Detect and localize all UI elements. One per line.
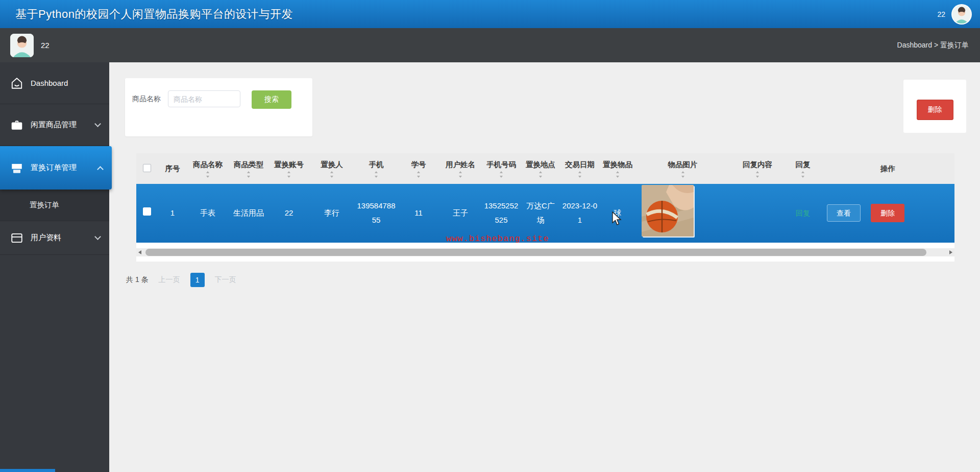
sort-icon[interactable] bbox=[800, 171, 805, 178]
col-header-actions: 操作 bbox=[821, 153, 954, 184]
col-header-phone[interactable]: 手机 bbox=[355, 153, 398, 184]
bulk-delete-button[interactable]: 删除 bbox=[917, 100, 953, 120]
col-header-user-name[interactable]: 用户姓名 bbox=[439, 153, 481, 184]
col-header-student-no[interactable]: 学号 bbox=[398, 153, 439, 184]
breadcrumb: Dashboard > 置换订单 bbox=[897, 41, 969, 50]
bulk-actions-panel: 删除 bbox=[903, 80, 966, 133]
pagination-prev-button[interactable]: 上一页 bbox=[159, 275, 180, 285]
sort-icon[interactable] bbox=[329, 171, 334, 178]
sort-icon[interactable] bbox=[499, 171, 504, 178]
pagination-total: 共 1 条 bbox=[126, 275, 149, 285]
col-header-location[interactable]: 置换地点 bbox=[521, 153, 560, 184]
row-exchange-person: 李行 bbox=[309, 184, 355, 243]
sort-icon[interactable] bbox=[286, 171, 291, 178]
sidebar-item-label: Dashboard bbox=[31, 79, 68, 87]
sub-header: 22 Dashboard > 置换订单 bbox=[0, 28, 980, 62]
basketball-photo[interactable] bbox=[642, 185, 694, 237]
chevron-up-icon bbox=[97, 166, 104, 173]
row-delete-button[interactable]: 删除 bbox=[871, 204, 904, 222]
sidebar-username: 22 bbox=[41, 41, 50, 50]
sort-icon[interactable] bbox=[577, 171, 582, 178]
search-field-label: 商品名称 bbox=[132, 90, 161, 107]
row-product-type: 生活用品 bbox=[228, 184, 269, 243]
pagination-page-1-button[interactable]: 1 bbox=[190, 273, 205, 287]
app-header: 基于Python的校园个人闲置物品换购平台的设计与开发 22 bbox=[0, 0, 980, 28]
home-icon bbox=[10, 77, 23, 90]
sort-icon[interactable] bbox=[246, 171, 251, 178]
sidebar-item-dashboard[interactable]: Dashboard bbox=[0, 62, 109, 104]
col-header-exchange-account[interactable]: 置换账号 bbox=[269, 153, 309, 184]
watermark-text: www.bishebang.site bbox=[446, 234, 549, 244]
wallet-icon bbox=[10, 231, 23, 245]
row-product-name: 手表 bbox=[187, 184, 228, 243]
col-header-reply[interactable]: 回复 bbox=[785, 153, 821, 184]
row-actions-cell: 查看删除 bbox=[821, 184, 954, 243]
sidebar-bottom-accent bbox=[0, 469, 55, 472]
row-phone: 13958478855 bbox=[355, 184, 398, 243]
pagination-next-button[interactable]: 下一页 bbox=[215, 275, 236, 285]
orders-box-icon bbox=[10, 161, 23, 175]
sort-icon[interactable] bbox=[416, 171, 421, 178]
header-username: 22 bbox=[937, 10, 945, 18]
col-header-index[interactable]: 序号 bbox=[158, 153, 187, 184]
sort-icon[interactable] bbox=[205, 171, 210, 178]
chevron-down-icon bbox=[94, 233, 101, 240]
row-select-cell bbox=[136, 184, 158, 243]
sort-icon[interactable] bbox=[755, 171, 760, 178]
sort-icon[interactable] bbox=[458, 171, 463, 178]
sidebar-item-label: 用户资料 bbox=[31, 233, 61, 243]
main-content: 商品名称 搜索 删除 序号 商品名称 商品类型 置换账号 置换人 bbox=[109, 62, 980, 472]
select-all-checkbox[interactable] bbox=[143, 164, 151, 172]
sidebar-item-exchange-order-mgmt[interactable]: 置换订单管理 bbox=[0, 146, 112, 190]
table-header-row: 序号 商品名称 商品类型 置换账号 置换人 手机 学号 用户姓名 手机号码 置换… bbox=[136, 153, 954, 184]
sidebar-item-label: 置换订单管理 bbox=[31, 163, 77, 173]
row-exchange-item: 球 bbox=[600, 184, 635, 243]
col-header-product-type[interactable]: 商品类型 bbox=[228, 153, 269, 184]
sort-icon[interactable] bbox=[538, 171, 543, 178]
horizontal-scrollbar[interactable] bbox=[136, 248, 954, 256]
search-panel: 商品名称 搜索 bbox=[125, 78, 312, 136]
row-student-no: 11 bbox=[398, 184, 439, 243]
scroll-left-arrow-icon[interactable] bbox=[138, 250, 141, 254]
chevron-down-icon bbox=[94, 121, 101, 127]
header-select-all bbox=[136, 153, 158, 184]
search-button[interactable]: 搜索 bbox=[252, 90, 291, 109]
row-exchange-account: 22 bbox=[269, 184, 309, 243]
user-avatar[interactable] bbox=[951, 4, 972, 25]
sidebar-item-user-profile[interactable]: 用户资料 bbox=[0, 221, 109, 255]
app-title: 基于Python的校园个人闲置物品换购平台的设计与开发 bbox=[15, 7, 293, 22]
row-checkbox[interactable] bbox=[143, 207, 151, 216]
sort-icon[interactable] bbox=[680, 171, 685, 178]
view-button[interactable]: 查看 bbox=[827, 204, 861, 222]
pagination: 共 1 条 上一页 1 下一页 bbox=[126, 273, 236, 287]
search-input[interactable] bbox=[168, 90, 240, 107]
col-header-product-name[interactable]: 商品名称 bbox=[187, 153, 228, 184]
row-item-image-cell bbox=[635, 184, 730, 243]
sidebar-subitem-exchange-orders[interactable]: 置换订单 bbox=[0, 190, 109, 221]
header-user-area: 22 bbox=[937, 4, 972, 25]
scrollbar-thumb[interactable] bbox=[145, 249, 926, 256]
col-header-trade-date[interactable]: 交易日期 bbox=[560, 153, 600, 184]
col-header-mobile[interactable]: 手机号码 bbox=[481, 153, 521, 184]
sidebar-item-idle-goods[interactable]: 闲置商品管理 bbox=[0, 104, 109, 146]
row-trade-date: 2023-12-01 bbox=[560, 184, 600, 243]
row-reply-content bbox=[730, 184, 785, 243]
sidebar-user-avatar[interactable] bbox=[10, 34, 34, 57]
sidebar-nav: Dashboard 闲置商品管理 置换订单管理 置换订单 用户资料 bbox=[0, 62, 109, 472]
orders-table-container: 序号 商品名称 商品类型 置换账号 置换人 手机 学号 用户姓名 手机号码 置换… bbox=[136, 153, 954, 262]
scroll-right-arrow-icon[interactable] bbox=[949, 250, 952, 254]
col-header-exchange-item[interactable]: 置换物品 bbox=[600, 153, 635, 184]
reply-button[interactable]: 回复 bbox=[796, 209, 810, 217]
sidebar-item-label: 闲置商品管理 bbox=[31, 120, 77, 130]
col-header-reply-content[interactable]: 回复内容 bbox=[730, 153, 785, 184]
briefcase-icon bbox=[10, 119, 23, 132]
orders-table: 序号 商品名称 商品类型 置换账号 置换人 手机 学号 用户姓名 手机号码 置换… bbox=[136, 153, 954, 243]
sidebar-subitem-label: 置换订单 bbox=[30, 200, 59, 210]
col-header-item-image[interactable]: 物品图片 bbox=[635, 153, 730, 184]
sort-icon[interactable] bbox=[374, 171, 379, 178]
sort-icon[interactable] bbox=[615, 171, 620, 178]
row-reply-cell: 回复 bbox=[785, 184, 821, 243]
row-index: 1 bbox=[158, 184, 187, 243]
col-header-exchange-person[interactable]: 置换人 bbox=[309, 153, 355, 184]
